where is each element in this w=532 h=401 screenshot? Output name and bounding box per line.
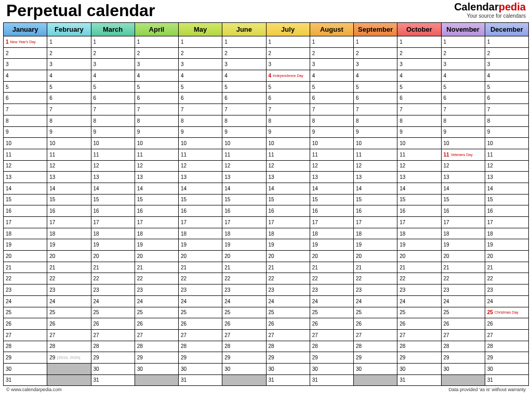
day-number: 23 — [94, 287, 99, 293]
day-number: 28 — [94, 343, 99, 349]
day-cell: 12 — [354, 161, 397, 172]
day-number: 1 — [444, 39, 447, 45]
day-number: 9 — [137, 129, 140, 135]
day-number: 21 — [181, 265, 187, 270]
day-number: 15 — [224, 197, 230, 202]
day-number: 7 — [356, 107, 359, 112]
day-cell: 26 — [310, 318, 354, 330]
day-number: 15 — [137, 197, 143, 202]
day-number: 5 — [356, 84, 359, 90]
day-number: 26 — [137, 321, 143, 327]
day-cell: 25 — [47, 307, 91, 319]
day-cell: 31 — [267, 375, 310, 386]
day-cell: 31 — [485, 375, 529, 386]
day-number: 28 — [49, 343, 55, 349]
day-cell: 27 — [4, 330, 47, 341]
day-number: 24 — [224, 299, 230, 304]
day-number: 24 — [400, 299, 405, 304]
day-number: 25 — [312, 309, 318, 315]
day-number: 17 — [400, 219, 405, 225]
day-number: 5 — [94, 84, 97, 90]
day-cell: 29 — [354, 352, 397, 364]
day-cell: 28 — [135, 341, 179, 353]
day-number: 1 — [487, 39, 490, 45]
day-number: 12 — [94, 163, 99, 169]
day-number: 4 — [400, 73, 403, 79]
day-cell: 9 — [354, 127, 397, 138]
day-number: 26 — [269, 321, 274, 327]
month-header-may: May — [179, 23, 222, 36]
day-cell: 13 — [397, 172, 441, 183]
day-cell: 2 — [135, 48, 179, 59]
day-cell: 29 — [4, 352, 47, 364]
day-number: 17 — [137, 219, 143, 225]
day-cell: 10 — [310, 138, 354, 149]
day-cell: 10 — [442, 138, 485, 149]
day-cell: 5 — [267, 82, 310, 93]
day-cell: 1 — [397, 36, 441, 48]
day-cell: 20 — [47, 251, 91, 262]
day-number: 4 — [487, 73, 490, 79]
day-number: 11 — [312, 152, 318, 158]
day-number: 9 — [400, 129, 403, 135]
day-number: 31 — [312, 377, 318, 383]
day-cell: 12 — [442, 161, 485, 172]
day-cell: 8 — [91, 115, 135, 127]
day-number: 21 — [400, 265, 405, 270]
day-number: 21 — [356, 265, 362, 270]
day-number: 22 — [49, 276, 55, 281]
day-cell: 14 — [4, 183, 47, 195]
day-number: 13 — [224, 174, 230, 180]
month-header-july: July — [267, 23, 310, 36]
day-number: 9 — [269, 129, 272, 135]
day-cell: 17 — [179, 217, 222, 228]
day-number: 26 — [224, 321, 230, 327]
day-cell: 28 — [397, 341, 441, 353]
day-number: 22 — [312, 276, 318, 281]
day-cell: 18 — [222, 228, 266, 240]
day-cell: 23 — [179, 284, 222, 296]
day-cell: 13 — [354, 172, 397, 183]
day-number: 14 — [49, 186, 55, 191]
day-cell: 16 — [442, 205, 485, 217]
day-number: 6 — [312, 95, 315, 101]
day-number: 30 — [444, 366, 449, 372]
day-number: 13 — [269, 174, 274, 180]
day-cell: 13 — [179, 172, 222, 183]
day-number: 25 — [94, 309, 99, 315]
day-cell: 14 — [135, 183, 179, 195]
day-cell: 14 — [397, 183, 441, 195]
day-number: 28 — [181, 343, 187, 349]
day-cell: 22 — [135, 273, 179, 284]
day-number: 11 — [269, 152, 274, 158]
day-number: 20 — [224, 253, 230, 259]
day-number: 7 — [400, 107, 403, 112]
day-cell: 2 — [222, 48, 266, 59]
day-number: 16 — [400, 208, 405, 214]
day-number: 11 — [6, 152, 11, 158]
day-number: 25 — [6, 309, 11, 315]
day-cell: 30 — [485, 364, 529, 375]
day-number: 14 — [487, 186, 493, 191]
day-number: 10 — [400, 140, 405, 146]
day-number: 16 — [487, 208, 493, 214]
day-number: 15 — [181, 197, 187, 202]
day-cell: 29 — [397, 352, 441, 364]
day-cell: 9 — [442, 127, 485, 138]
day-cell: 6 — [179, 93, 222, 104]
day-number: 2 — [224, 50, 228, 56]
day-cell: 8 — [267, 115, 310, 127]
day-number: 16 — [269, 208, 274, 214]
day-cell: 18 — [91, 228, 135, 240]
day-cell: 8 — [222, 115, 266, 127]
day-cell: 14 — [442, 183, 485, 195]
day-cell: 6 — [354, 93, 397, 104]
day-number: 29 — [444, 355, 449, 360]
day-number: 16 — [49, 208, 55, 214]
day-cell: 1 — [485, 36, 529, 48]
day-cell: 2 — [47, 48, 91, 59]
day-cell: 23 — [397, 284, 441, 296]
day-cell: 8 — [135, 115, 179, 127]
day-cell: 19 — [267, 239, 310, 251]
day-cell: 14 — [222, 183, 266, 195]
